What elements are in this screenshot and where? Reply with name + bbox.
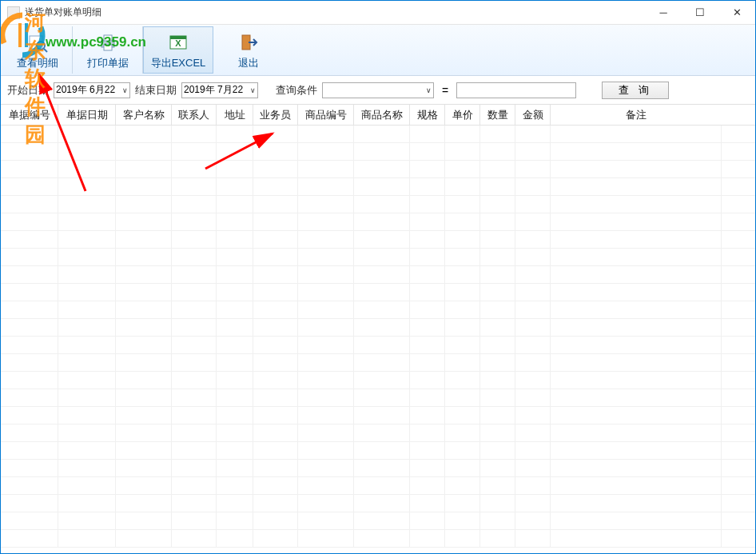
table-cell: [253, 301, 298, 318]
table-cell: [253, 407, 298, 424]
end-date-picker[interactable]: 2019年 7月22 ∨: [181, 82, 258, 98]
table-cell: [172, 319, 217, 336]
table-cell: [1, 319, 58, 336]
table-cell: [253, 337, 298, 353]
table-cell: [410, 249, 445, 265]
table-cell: [253, 249, 298, 265]
table-cell: [172, 495, 217, 512]
table-row: [1, 337, 755, 354]
table-cell: [116, 389, 172, 406]
table-cell: [551, 196, 722, 213]
table-cell: [480, 319, 515, 336]
table-cell: [172, 231, 217, 248]
minimize-button[interactable]: ─: [645, 1, 682, 25]
table-cell: [480, 143, 515, 160]
table-cell: [116, 512, 172, 529]
equals-label: =: [439, 84, 452, 97]
column-header-bill_no[interactable]: 单据编号: [1, 105, 58, 125]
exit-button[interactable]: 退出: [213, 26, 284, 74]
table-cell: [410, 477, 445, 494]
table-cell: [116, 266, 172, 283]
start-date-picker[interactable]: 2019年 6月22 ∨: [54, 82, 130, 98]
table-cell: [253, 530, 298, 547]
table-cell: [172, 143, 217, 160]
close-button[interactable]: ✕: [718, 1, 755, 25]
table-cell: [217, 477, 253, 494]
view-details-button[interactable]: 查看明细: [2, 26, 73, 74]
table-cell: [58, 196, 116, 213]
table-cell: [410, 178, 445, 195]
column-header-contact[interactable]: 联系人: [172, 105, 217, 125]
table-cell: [298, 407, 354, 424]
column-header-address[interactable]: 地址: [217, 105, 253, 125]
table-cell: [1, 495, 58, 512]
table-cell: [515, 389, 551, 406]
condition-combo[interactable]: ∨: [322, 82, 434, 98]
table-cell: [354, 126, 410, 142]
table-cell: [551, 284, 722, 301]
export-excel-label: 导出EXCEL: [151, 56, 206, 70]
table-cell: [172, 284, 217, 301]
search-input[interactable]: [456, 82, 576, 98]
table-cell: [172, 337, 217, 353]
table-cell: [445, 407, 480, 424]
table-cell: [217, 495, 253, 512]
table-cell: [551, 495, 722, 512]
column-header-salesman[interactable]: 业务员: [253, 105, 298, 125]
column-header-remark[interactable]: 备注: [551, 105, 722, 125]
column-header-qty[interactable]: 数量: [480, 105, 515, 125]
table-cell: [58, 407, 116, 424]
table-row: [1, 301, 755, 319]
table-cell: [354, 424, 410, 441]
table-cell: [172, 301, 217, 318]
table-cell: [551, 337, 722, 353]
export-excel-button[interactable]: X 导出EXCEL: [143, 26, 213, 74]
table-cell: [1, 213, 58, 230]
print-label: 打印单据: [87, 56, 129, 70]
table-cell: [1, 530, 58, 547]
table-row: [1, 249, 755, 266]
table-cell: [1, 143, 58, 160]
table-row: [1, 126, 755, 143]
table-cell: [1, 266, 58, 283]
column-header-goods_name[interactable]: 商品名称: [354, 105, 410, 125]
table-cell: [1, 354, 58, 371]
column-header-spec[interactable]: 规格: [410, 105, 445, 125]
table-cell: [445, 143, 480, 160]
table-cell: [116, 460, 172, 476]
column-header-price[interactable]: 单价: [445, 105, 480, 125]
print-button[interactable]: 打印单据: [73, 26, 143, 74]
table-cell: [116, 231, 172, 248]
start-date-label: 开始日期: [7, 83, 49, 98]
table-cell: [298, 424, 354, 441]
table-cell: [515, 178, 551, 195]
column-header-customer[interactable]: 客户名称: [116, 105, 172, 125]
table-cell: [551, 442, 722, 459]
table-cell: [445, 460, 480, 476]
table-cell: [116, 354, 172, 371]
column-header-amount[interactable]: 金额: [515, 105, 551, 125]
column-header-goods_no[interactable]: 商品编号: [298, 105, 354, 125]
table-cell: [217, 530, 253, 547]
table-cell: [1, 460, 58, 476]
table-cell: [445, 424, 480, 441]
maximize-button[interactable]: ☐: [682, 1, 718, 25]
table-cell: [172, 126, 217, 142]
table-cell: [1, 249, 58, 265]
table-cell: [445, 231, 480, 248]
table-cell: [445, 284, 480, 301]
table-cell: [410, 319, 445, 336]
table-cell: [58, 126, 116, 142]
table-cell: [172, 372, 217, 389]
table-cell: [515, 301, 551, 318]
table-cell: [515, 424, 551, 441]
column-header-bill_date[interactable]: 单据日期: [58, 105, 116, 125]
table-cell: [298, 372, 354, 389]
search-button[interactable]: 查 询: [602, 82, 669, 99]
table-cell: [298, 249, 354, 265]
table-cell: [58, 389, 116, 406]
table-cell: [551, 249, 722, 265]
table-cell: [410, 460, 445, 476]
table-cell: [1, 424, 58, 441]
table-cell: [551, 231, 722, 248]
